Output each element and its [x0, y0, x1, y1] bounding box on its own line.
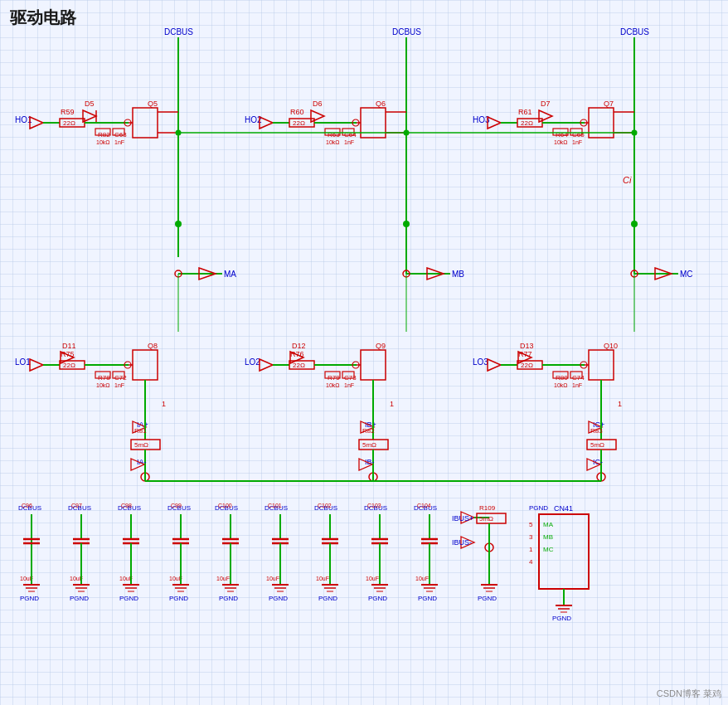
- svg-text:PGND: PGND: [478, 595, 497, 602]
- svg-text:R83: R83: [590, 427, 603, 435]
- svg-text:1nF: 1nF: [114, 139, 124, 145]
- svg-text:R81: R81: [134, 427, 147, 435]
- svg-text:MC: MC: [680, 270, 693, 279]
- page-title: 驱动电路: [10, 7, 76, 29]
- svg-text:1nF: 1nF: [344, 139, 354, 145]
- svg-text:PGND: PGND: [70, 595, 89, 602]
- svg-text:PGND: PGND: [318, 595, 337, 602]
- svg-text:R75: R75: [61, 350, 75, 358]
- svg-text:22Ω: 22Ω: [63, 119, 75, 127]
- svg-text:5mΩ: 5mΩ: [590, 441, 604, 449]
- svg-text:10uF: 10uF: [366, 576, 379, 581]
- svg-text:CN41: CN41: [554, 504, 573, 513]
- svg-marker-110: [260, 359, 273, 371]
- svg-text:R77: R77: [518, 350, 532, 358]
- svg-text:1nF: 1nF: [114, 382, 124, 388]
- svg-text:R76: R76: [290, 350, 304, 358]
- svg-text:10kΩ: 10kΩ: [326, 139, 340, 145]
- svg-text:10kΩ: 10kΩ: [554, 139, 568, 145]
- svg-text:10uF: 10uF: [216, 576, 230, 581]
- svg-text:IBUS+: IBUS+: [452, 514, 473, 523]
- svg-text:10kΩ: 10kΩ: [96, 139, 110, 145]
- svg-text:D5: D5: [85, 100, 95, 108]
- svg-text:D13: D13: [520, 342, 534, 350]
- svg-rect-144: [589, 350, 614, 380]
- svg-text:PGND: PGND: [169, 595, 188, 602]
- svg-text:MB: MB: [452, 270, 464, 279]
- svg-marker-33: [311, 110, 324, 122]
- svg-text:DCBUS: DCBUS: [164, 27, 193, 36]
- svg-text:22Ω: 22Ω: [521, 119, 533, 127]
- svg-text:10uF: 10uF: [415, 576, 429, 581]
- svg-text:10uF: 10uF: [316, 576, 329, 581]
- svg-text:LO3: LO3: [473, 357, 488, 367]
- svg-text:1: 1: [529, 546, 533, 553]
- svg-text:R60: R60: [290, 108, 304, 116]
- svg-text:Q6: Q6: [376, 100, 386, 108]
- svg-text:5: 5: [529, 521, 533, 528]
- svg-point-73: [175, 221, 182, 227]
- svg-text:22Ω: 22Ω: [521, 362, 533, 369]
- svg-text:22Ω: 22Ω: [293, 119, 305, 127]
- svg-point-335: [404, 130, 410, 136]
- svg-text:D11: D11: [62, 342, 76, 350]
- svg-text:MA: MA: [543, 521, 554, 528]
- svg-rect-125: [361, 350, 386, 380]
- watermark: CSDN博客 菜鸡: [657, 688, 721, 700]
- svg-text:3: 3: [529, 533, 533, 541]
- svg-text:C100: C100: [218, 503, 232, 508]
- svg-text:1nF: 1nF: [344, 382, 354, 388]
- svg-text:LO1: LO1: [15, 357, 31, 367]
- svg-text:R82: R82: [362, 427, 375, 435]
- svg-text:LO2: LO2: [245, 357, 260, 367]
- svg-marker-91: [30, 359, 43, 371]
- svg-text:PGND: PGND: [368, 595, 387, 602]
- svg-text:Ci: Ci: [623, 175, 632, 185]
- svg-text:5mΩ: 5mΩ: [479, 515, 493, 523]
- schematic-svg: DCBUS DCBUS DCBUS HO1 D5 R59 22Ω R82 10k…: [0, 0, 728, 705]
- svg-text:C102: C102: [318, 503, 332, 508]
- svg-text:4: 4: [529, 558, 533, 566]
- svg-text:C104: C104: [417, 503, 431, 508]
- svg-text:MC: MC: [543, 546, 554, 553]
- svg-text:1nF: 1nF: [572, 382, 582, 388]
- svg-text:1nF: 1nF: [572, 139, 582, 145]
- svg-text:PGND: PGND: [119, 595, 138, 602]
- svg-text:10kΩ: 10kΩ: [96, 382, 110, 388]
- svg-text:10uF: 10uF: [266, 576, 279, 581]
- svg-text:10kΩ: 10kΩ: [554, 382, 568, 388]
- svg-text:D12: D12: [292, 342, 306, 350]
- svg-text:D7: D7: [541, 100, 551, 108]
- svg-text:DCBUS: DCBUS: [392, 27, 421, 36]
- svg-text:C97: C97: [71, 503, 82, 508]
- svg-text:Q5: Q5: [148, 100, 158, 108]
- svg-text:IBUS-: IBUS-: [452, 538, 472, 547]
- svg-text:PGND: PGND: [418, 595, 437, 602]
- svg-text:1: 1: [390, 400, 394, 408]
- svg-text:Q9: Q9: [376, 342, 386, 350]
- schematic-container: 驱动电路 DCBUS DCBUS DCBUS HO1 D5 R59 22Ω R8…: [0, 0, 728, 705]
- svg-text:PGND: PGND: [552, 615, 571, 622]
- svg-point-85: [631, 221, 638, 227]
- svg-point-334: [176, 130, 182, 136]
- svg-marker-54: [539, 110, 552, 122]
- svg-point-336: [632, 130, 638, 136]
- svg-text:5mΩ: 5mΩ: [134, 441, 148, 449]
- svg-text:PGND: PGND: [529, 504, 548, 512]
- svg-text:1: 1: [618, 400, 622, 408]
- svg-text:Q7: Q7: [604, 100, 614, 108]
- svg-text:C98: C98: [121, 503, 132, 508]
- svg-text:R59: R59: [61, 108, 75, 116]
- svg-text:C101: C101: [268, 503, 282, 508]
- svg-text:PGND: PGND: [219, 595, 238, 602]
- svg-text:10kΩ: 10kΩ: [326, 382, 340, 388]
- svg-text:1: 1: [162, 400, 166, 408]
- svg-text:Q8: Q8: [148, 342, 158, 350]
- svg-text:5mΩ: 5mΩ: [362, 441, 376, 449]
- svg-text:C99: C99: [171, 503, 182, 508]
- svg-text:PGND: PGND: [269, 595, 288, 602]
- svg-text:PGND: PGND: [20, 595, 39, 602]
- svg-text:DCBUS: DCBUS: [620, 27, 649, 36]
- svg-text:C103: C103: [367, 503, 381, 508]
- svg-text:D6: D6: [313, 100, 323, 108]
